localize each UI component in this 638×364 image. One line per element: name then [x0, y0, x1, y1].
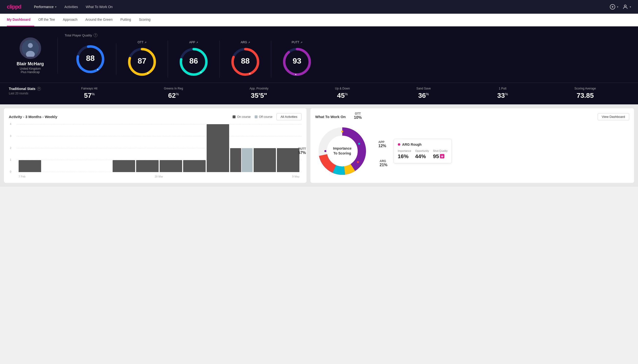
- quality-help-icon[interactable]: ?: [94, 33, 97, 37]
- svg-point-3: [624, 5, 626, 7]
- user-menu-button[interactable]: ▾: [622, 4, 631, 10]
- stat-app-prox-label: App. Proximity: [250, 87, 268, 90]
- info-card-header: ARG Rough: [398, 142, 448, 146]
- gauge-app: APP ↗ 86: [168, 40, 220, 78]
- stat-app-prox-value: 35'5": [251, 92, 267, 100]
- gauge-putt: PUTT ↗ 93: [271, 40, 323, 78]
- bar-group-9: [230, 148, 253, 172]
- stat-greens-value: 62%: [168, 92, 179, 100]
- x-label-mar: 28 Mar: [155, 175, 163, 178]
- gauge-putt-label: PUTT ↗: [292, 40, 302, 44]
- nav-performance[interactable]: Performance ▾: [34, 5, 57, 9]
- nav-activities[interactable]: Activities: [64, 5, 78, 9]
- chart-legend: On course Off course: [233, 115, 273, 118]
- tab-putting[interactable]: Putting: [117, 14, 135, 26]
- info-shot-quality: Shot Quality 95: [433, 149, 448, 160]
- stat-scoring-label: Scoring Average: [574, 87, 596, 90]
- player-info: Blair McHarg United Kingdom Plus Handica…: [9, 38, 58, 74]
- gauge-arg-label: ARG ↗: [241, 40, 250, 44]
- user-chevron: ▾: [630, 6, 631, 8]
- view-dashboard-button[interactable]: View Dashboard: [598, 113, 629, 120]
- stat-up-and-down: Up & Down 45%: [335, 87, 350, 100]
- all-activities-button[interactable]: All Activities: [276, 113, 302, 120]
- activity-panel-header: Activity - 3 Months - Weekly On course O…: [9, 113, 302, 120]
- stat-greens-label: Greens In Reg: [164, 87, 183, 90]
- svg-text:To Scoring: To Scoring: [333, 151, 351, 155]
- bar-group-10: [254, 148, 276, 172]
- donut-section: PUTT 57% OTT 10% APP 12% ARG: [315, 124, 629, 178]
- quality-section: Total Player Quality ? 88 OTT: [58, 33, 629, 78]
- activity-bar-chart: 4 3 2 1 0 7 Feb 28 Mar 9 May: [9, 124, 302, 178]
- donut-chart-svg: Importance To Scoring: [315, 124, 369, 178]
- nav-what-to-work-on[interactable]: What To Work On: [86, 5, 113, 9]
- info-importance: Importance 16%: [398, 149, 411, 160]
- wtwon-panel-title: What To Work On: [315, 115, 346, 119]
- performance-chevron: ▾: [55, 6, 57, 8]
- info-card-title: ARG Rough: [402, 142, 421, 146]
- gauge-total: 88: [65, 43, 116, 75]
- svg-text:93: 93: [293, 56, 301, 65]
- svg-point-34: [341, 130, 343, 132]
- bar-group-11: [277, 148, 299, 172]
- stats-help-icon[interactable]: ?: [37, 87, 41, 91]
- player-name: Blair McHarg: [17, 61, 44, 66]
- bar-on-0: [19, 160, 41, 172]
- stat-scoring-value: 73.85: [576, 92, 594, 100]
- bar-on-9: [230, 148, 241, 172]
- bars-container: [17, 124, 302, 172]
- bar-group-4: [113, 160, 135, 172]
- hero-section: Blair McHarg United Kingdom Plus Handica…: [0, 26, 638, 83]
- info-opportunity-value: 44%: [415, 153, 429, 160]
- stat-fairways-value: 57%: [84, 92, 95, 100]
- info-opportunity-label: Opportunity: [415, 149, 429, 152]
- bar-group-8: [207, 124, 229, 172]
- svg-text:Importance: Importance: [333, 146, 352, 150]
- bar-group-6: [160, 160, 182, 172]
- info-opportunity: Opportunity 44%: [415, 149, 429, 160]
- donut-wrapper: PUTT 57% OTT 10% APP 12% ARG: [315, 124, 369, 178]
- tab-my-dashboard[interactable]: My Dashboard: [7, 14, 34, 26]
- bar-off-9: [242, 148, 253, 172]
- info-importance-label: Importance: [398, 149, 411, 152]
- svg-point-5: [28, 43, 33, 48]
- tab-off-the-tee[interactable]: Off the Tee: [34, 14, 59, 26]
- stat-1putt-label: 1 Putt: [499, 87, 506, 90]
- shot-quality-down-icon: [440, 154, 444, 159]
- info-card-dot: [398, 143, 400, 146]
- gauge-ott-label: OTT ↗: [138, 40, 146, 44]
- gauges-container: 88 OTT ↗ 87: [65, 40, 629, 78]
- traditional-stats-section: Traditional Stats ? Last 20 rounds Fairw…: [0, 83, 638, 104]
- tab-scoring[interactable]: Scoring: [135, 14, 154, 26]
- info-card-stats: Importance 16% Opportunity 44% Shot Qual…: [398, 149, 448, 160]
- gauge-app-label: APP ↗: [189, 40, 198, 44]
- ott-arrow-icon: ↗: [144, 41, 146, 44]
- bar-group-5: [136, 160, 159, 172]
- stat-sand-label: Sand Save: [416, 87, 431, 90]
- stat-sand-save: Sand Save 36%: [416, 87, 431, 100]
- arg-arrow-icon: ↗: [248, 41, 250, 44]
- arg-rough-info-card: ARG Rough Importance 16% Opportunity 44%…: [394, 139, 452, 163]
- svg-point-36: [357, 161, 359, 163]
- info-shot-quality-value: 95: [433, 153, 448, 160]
- stat-greens-in-reg: Greens In Reg 62%: [164, 87, 183, 100]
- info-importance-value: 16%: [398, 153, 411, 160]
- top-navigation: clippd Performance ▾ Activities What To …: [0, 0, 638, 14]
- x-label-feb: 7 Feb: [19, 175, 26, 178]
- nav-right-section: ▾ ▾: [610, 4, 631, 10]
- what-to-work-on-panel: What To Work On View Dashboard PUTT 57% …: [310, 108, 634, 183]
- app-arrow-icon: ↗: [196, 41, 198, 44]
- stat-updown-value: 45%: [337, 92, 348, 100]
- logo[interactable]: clippd: [7, 4, 21, 10]
- tab-approach[interactable]: Approach: [59, 14, 81, 26]
- bar-group-7: [183, 160, 206, 172]
- bar-on-10: [254, 148, 276, 172]
- bar-on-8: [207, 124, 229, 172]
- ott-donut-label: OTT 10%: [354, 112, 362, 120]
- add-button[interactable]: ▾: [610, 4, 618, 10]
- svg-text:88: 88: [241, 56, 250, 65]
- player-country: United Kingdom: [20, 67, 41, 70]
- bar-on-4: [113, 160, 135, 172]
- stats-sublabel: Last 20 rounds: [9, 92, 48, 95]
- tab-around-the-green[interactable]: Around the Green: [81, 14, 116, 26]
- info-shot-quality-label: Shot Quality: [433, 149, 448, 152]
